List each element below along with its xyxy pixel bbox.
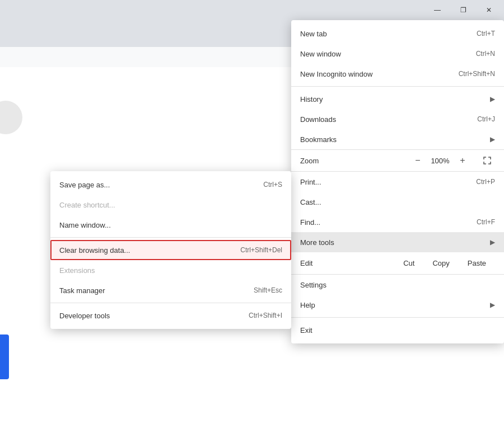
menu-item-bookmarks[interactable]: Bookmarks ▶ — [291, 129, 504, 149]
minimize-button[interactable]: — — [424, 1, 450, 19]
submenu-extensions: Extensions — [50, 260, 291, 280]
menu-item-new-tab[interactable]: New tab Ctrl+T — [291, 23, 504, 44]
more-tools-submenu: Save page as... Ctrl+S Create shortcut..… — [50, 171, 291, 329]
menu-divider-2 — [291, 317, 504, 318]
fullscreen-button[interactable] — [479, 153, 495, 168]
browser-area: 🛡 ⋮ New tab Ctrl+T — [0, 20, 504, 424]
title-bar: — ❐ ✕ — [0, 0, 504, 20]
zoom-row: Zoom − 100% + — [291, 149, 504, 172]
cut-button[interactable]: Cut — [394, 256, 423, 271]
restore-button[interactable]: ❐ — [450, 1, 476, 19]
zoom-in-button[interactable]: + — [455, 153, 470, 168]
menu-item-help[interactable]: Help ▶ — [291, 295, 504, 315]
submenu-clear-browsing-data[interactable]: Clear browsing data... Ctrl+Shift+Del — [50, 240, 291, 260]
menu-item-exit[interactable]: Exit — [291, 320, 504, 340]
submenu-task-manager[interactable]: Task manager Shift+Esc — [50, 280, 291, 300]
paste-button[interactable]: Paste — [459, 256, 495, 271]
close-button[interactable]: ✕ — [476, 1, 502, 19]
menu-item-downloads[interactable]: Downloads Ctrl+J — [291, 109, 504, 129]
menu-item-history[interactable]: History ▶ — [291, 89, 504, 109]
submenu-divider-2 — [50, 303, 291, 303]
decorative-circle — [0, 101, 22, 134]
menu-divider-1 — [291, 86, 504, 87]
copy-button[interactable]: Copy — [423, 256, 458, 271]
submenu-developer-tools[interactable]: Developer tools Ctrl+Shift+I — [50, 305, 291, 326]
menu-item-cast[interactable]: Cast... — [291, 192, 504, 212]
submenu-name-window[interactable]: Name window... — [50, 215, 291, 235]
zoom-out-button[interactable]: − — [410, 153, 426, 168]
menu-item-find[interactable]: Find... Ctrl+F — [291, 212, 504, 232]
menu-item-new-window[interactable]: New window Ctrl+N — [291, 44, 504, 64]
decorative-rect — [0, 335, 9, 379]
menu-item-more-tools[interactable]: More tools ▶ — [291, 232, 504, 252]
menu-item-incognito[interactable]: New Incognito window Ctrl+Shift+N — [291, 64, 504, 84]
menu-item-settings[interactable]: Settings — [291, 275, 504, 295]
edit-row: Edit Cut Copy Paste — [291, 252, 504, 275]
submenu-divider-1 — [50, 237, 291, 238]
submenu-create-shortcut: Create shortcut... — [50, 195, 291, 215]
menu-item-print[interactable]: Print... Ctrl+P — [291, 172, 504, 192]
zoom-controls: − 100% + — [410, 153, 495, 168]
submenu-save-page[interactable]: Save page as... Ctrl+S — [50, 175, 291, 195]
chrome-menu: New tab Ctrl+T New window Ctrl+N New Inc… — [291, 20, 504, 343]
